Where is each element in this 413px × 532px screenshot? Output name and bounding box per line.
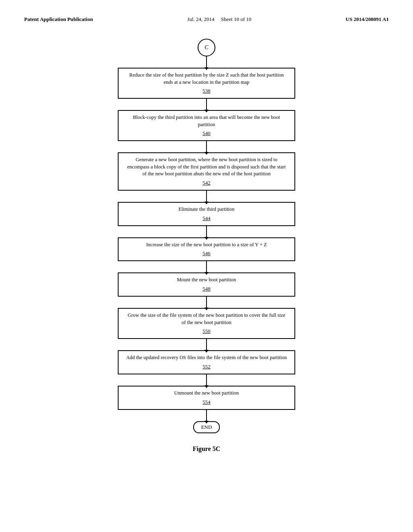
header-date: Jul. 24, 2014 Sheet 10 of 10 [187,16,251,23]
arrow-2 [206,141,207,152]
arrow-8 [206,374,207,386]
step-538-box: Reduce the size of the host partition by… [118,68,295,99]
arrow-3 [206,191,207,202]
step-554-box: Unmount the new boot partition 554 [118,386,295,410]
step-540-box: Block-copy the third partition into an a… [118,110,295,141]
step-546-box: Increase the size of the new boot partit… [118,237,295,262]
header-right: US 2014/208091 A1 [346,16,389,23]
page-header: Patent Application Publication Jul. 24, … [24,16,389,23]
arrow-1 [206,99,207,110]
arrow-7 [206,339,207,350]
flowchart-diagram: C Reduce the size of the host partition … [24,39,389,433]
figure-label: Figure 5C [24,445,389,453]
header-left: Patent Application Publication [24,16,93,23]
step-552-box: Add the updated recovery OS files into t… [118,350,295,374]
arrow-5 [206,261,207,272]
step-548-box: Mount the new boot partition 548 [118,272,295,297]
arrow-4 [206,226,207,237]
start-connector: C [198,39,215,56]
arrow-0 [206,56,207,68]
step-544-box: Eliminate the third partition 544 [118,202,295,226]
arrow-6 [206,297,207,308]
page: Patent Application Publication Jul. 24, … [0,0,413,532]
step-542-box: Generate a new boot partition, where the… [118,152,295,191]
step-550-box: Grow the size of the file system of the … [118,308,295,339]
arrow-9 [206,410,207,421]
